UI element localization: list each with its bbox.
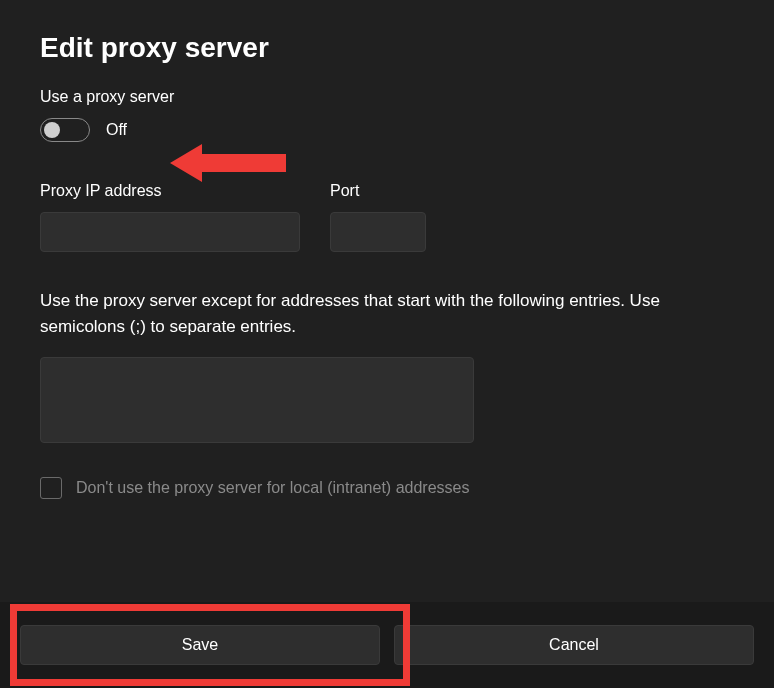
save-button[interactable]: Save — [20, 625, 380, 665]
local-addresses-label: Don't use the proxy server for local (in… — [76, 479, 469, 497]
port-label: Port — [330, 182, 426, 200]
dialog-button-bar: Save Cancel — [0, 602, 774, 688]
dialog-title: Edit proxy server — [40, 32, 734, 64]
ip-label: Proxy IP address — [40, 182, 300, 200]
proxy-port-input[interactable] — [330, 212, 426, 252]
exceptions-input[interactable] — [40, 357, 474, 443]
toggle-label: Use a proxy server — [40, 88, 734, 106]
local-addresses-checkbox[interactable] — [40, 477, 62, 499]
exceptions-description: Use the proxy server except for addresse… — [40, 288, 734, 339]
proxy-toggle[interactable] — [40, 118, 90, 142]
proxy-ip-input[interactable] — [40, 212, 300, 252]
toggle-state-text: Off — [106, 121, 127, 139]
cancel-button[interactable]: Cancel — [394, 625, 754, 665]
toggle-knob-icon — [44, 122, 60, 138]
